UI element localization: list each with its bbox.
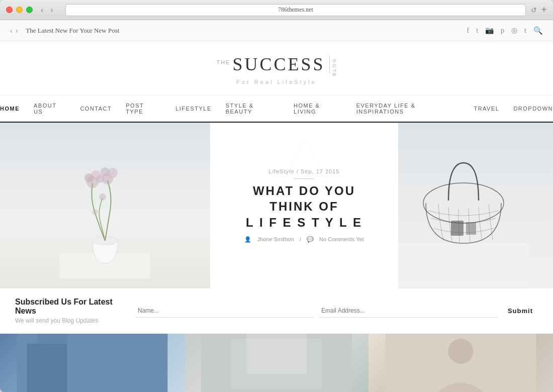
website-content: THE SUCCESS BLOG For Real LifeStyle HOME… <box>0 41 553 392</box>
maximize-button[interactable] <box>26 7 33 13</box>
grid-image-2 <box>185 334 369 392</box>
refresh-button[interactable]: ↺ <box>531 6 537 14</box>
logo-success: SUCCESS <box>232 55 329 73</box>
nav-everyday-life[interactable]: EVERYDAY LIFE & INSPIRATIONS <box>356 103 460 115</box>
plant-svg <box>60 148 150 278</box>
svg-rect-15 <box>466 222 476 235</box>
svg-rect-18 <box>37 334 67 379</box>
logo-container: THE SUCCESS BLOG <box>216 55 336 76</box>
toolbar-back-button[interactable]: ‹ <box>10 27 13 35</box>
instagram-icon[interactable]: 📷 <box>485 26 494 35</box>
hero-center: LifeStyle / Sep, 17 2015 WHAT DO YOU THI… <box>210 123 398 288</box>
nav-style-beauty[interactable]: STYLE & BEAUTY <box>226 103 280 115</box>
browser-nav-buttons: ‹ › <box>39 5 55 16</box>
toolbar-page-title: The Latest New For Your New Post <box>26 27 119 35</box>
nav-home[interactable]: HOME <box>0 106 20 112</box>
newsletter-name-input[interactable] <box>136 304 314 318</box>
social-icons-bar: f t 📷 p ◎ t <box>467 26 526 35</box>
hero-center-content: LifeStyle / Sep, 17 2015 WHAT DO YOU THI… <box>242 168 365 243</box>
basket-svg <box>398 123 529 288</box>
facebook-icon[interactable]: f <box>467 27 470 35</box>
tumblr-icon[interactable]: t <box>524 27 526 35</box>
site-navigation: HOME ABOUT US CONTACT POST TYPE LIFESTYL… <box>0 95 553 123</box>
nav-home-living[interactable]: HOME & LIVING <box>294 103 342 115</box>
newsletter-section: Subscribed Us For Latest News We will se… <box>0 288 553 334</box>
grid-image-3 <box>368 334 553 392</box>
url-text: 786themes.net <box>278 6 313 14</box>
nav-dropdown[interactable]: DROPDOWN <box>513 106 553 112</box>
svg-point-4 <box>84 173 94 182</box>
svg-point-8 <box>101 167 110 176</box>
nav-lifestyle[interactable]: LIFESTYLE <box>175 106 212 112</box>
newsletter-form: Submit <box>136 304 538 318</box>
svg-point-23 <box>448 339 474 364</box>
bottom-grid <box>0 334 553 392</box>
svg-point-13 <box>423 183 504 223</box>
svg-point-10 <box>92 209 98 215</box>
minimize-button[interactable] <box>16 7 23 13</box>
toolbar-nav: ‹ › <box>10 27 18 35</box>
search-icon[interactable]: 🔍 <box>533 26 543 35</box>
hero-meta: 👤 Jhone Smithon / 💬 No Comments Yet <box>242 236 365 243</box>
nav-travel[interactable]: TRAVEL <box>474 106 499 112</box>
hero-category: LifeStyle / Sep, 17 2015 <box>242 168 365 174</box>
logo-tagline: For Real LifeStyle <box>0 79 553 85</box>
hero-left-image <box>0 123 210 288</box>
hero-right-image <box>398 123 553 288</box>
logo-the: THE <box>216 59 230 65</box>
grid-item-3[interactable] <box>368 334 553 392</box>
newsletter-subtitle: We will send you Blog Updates <box>15 317 126 324</box>
nav-about-us[interactable]: ABOUT US <box>34 103 66 115</box>
hero-section: LifeStyle / Sep, 17 2015 WHAT DO YOU THI… <box>0 123 553 288</box>
nav-contact[interactable]: CONTACT <box>80 106 112 112</box>
hero-divider <box>294 178 314 179</box>
grid-image-1 <box>0 334 185 392</box>
newsletter-text: Subscribed Us For Latest News We will se… <box>15 298 126 324</box>
svg-rect-12 <box>398 243 529 288</box>
newsletter-submit-button[interactable]: Submit <box>503 304 538 318</box>
back-button[interactable]: ‹ <box>39 5 45 16</box>
browser-toolbar: ‹ › The Latest New For Your New Post f t… <box>0 20 553 41</box>
grid-item-2[interactable] <box>185 334 369 392</box>
svg-rect-21 <box>246 334 307 374</box>
site-header: THE SUCCESS BLOG For Real LifeStyle <box>0 41 553 95</box>
logo-blog: BLOG <box>332 57 337 76</box>
browser-window: ‹ › 786themes.net ↺ + ‹ › The Latest New… <box>0 0 553 392</box>
grid-item-1[interactable] <box>0 334 185 392</box>
other-icon[interactable]: ◎ <box>511 26 517 35</box>
svg-rect-14 <box>451 221 464 236</box>
address-bar[interactable]: 786themes.net <box>65 4 526 16</box>
new-tab-button[interactable]: + <box>541 4 547 16</box>
svg-point-9 <box>99 193 106 201</box>
forward-button[interactable]: › <box>48 5 55 16</box>
twitter-icon[interactable]: t <box>476 27 478 35</box>
traffic-lights <box>6 7 33 13</box>
toolbar-forward-button[interactable]: › <box>16 27 18 35</box>
pinterest-icon[interactable]: p <box>501 27 504 35</box>
newsletter-email-input[interactable] <box>319 304 498 318</box>
hero-title[interactable]: WHAT DO YOU THINK OF L I F E S T Y L E <box>242 183 365 230</box>
nav-post-type[interactable]: POST TYPE <box>126 103 161 115</box>
close-button[interactable] <box>6 7 13 13</box>
browser-titlebar: ‹ › 786themes.net ↺ + <box>0 0 553 20</box>
newsletter-title: Subscribed Us For Latest News <box>15 298 126 316</box>
